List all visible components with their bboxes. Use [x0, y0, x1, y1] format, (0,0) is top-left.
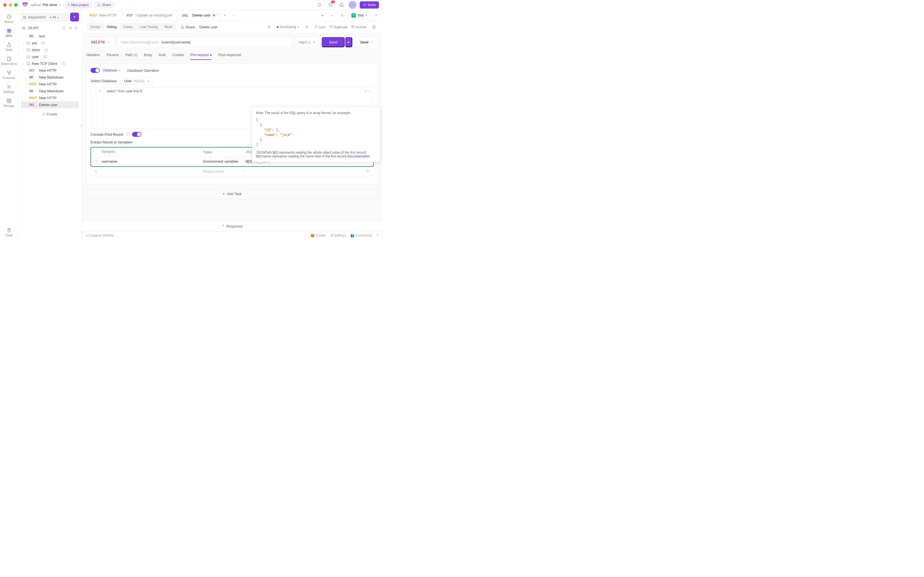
nav-apis[interactable]: APIs	[0, 26, 18, 40]
footer-community[interactable]: 👥 Community	[351, 234, 372, 237]
nav-tests[interactable]: Tests	[0, 40, 18, 53]
sort-icon[interactable]	[265, 23, 273, 31]
tab-headers[interactable]: Headers	[86, 51, 100, 60]
var-name[interactable]: username	[102, 160, 203, 163]
refresh-icon[interactable]	[62, 26, 66, 30]
status-selector[interactable]: Developing ▾	[277, 25, 299, 29]
add-tab-button[interactable]: +	[220, 10, 229, 21]
tab-params[interactable]: Params	[107, 51, 119, 60]
more-tabs-icon[interactable]: ⋯	[229, 13, 237, 17]
nav-history[interactable]: History	[0, 12, 18, 26]
info-icon[interactable]: ⓘ	[126, 132, 129, 137]
drag-handle-icon[interactable]: ⠿	[95, 160, 99, 163]
nav-settings[interactable]: Settings	[0, 82, 18, 96]
variable-row-empty[interactable]: ⠿ Please select▾	[91, 167, 373, 176]
collapse-icon[interactable]: ⊖	[75, 26, 78, 30]
send-dropdown[interactable]: ▾	[345, 37, 352, 47]
drag-handle-icon[interactable]: ⠿	[95, 169, 99, 173]
prev-tab-icon[interactable]: ◂	[319, 11, 326, 19]
nav-manage[interactable]: Manage	[0, 96, 18, 110]
sync-icon[interactable]	[316, 1, 323, 9]
help-icon[interactable]	[370, 23, 378, 31]
next-tab-icon[interactable]: ▸	[329, 11, 336, 19]
env-list-icon[interactable]: ≡	[372, 11, 380, 19]
notifications-icon[interactable]: 8	[327, 1, 334, 9]
nav-trash[interactable]: Trash	[0, 226, 18, 239]
invite-button[interactable]: Invite	[360, 2, 379, 8]
svg-rect-9	[9, 31, 10, 32]
db-selector[interactable]: UserMySQL▾	[120, 77, 152, 85]
url-input[interactable]: https://rest.echoapi.com/users/{username…	[117, 37, 292, 47]
swap-icon[interactable]	[303, 23, 310, 31]
footer-cookie[interactable]: 🍪 Cookie	[310, 234, 326, 237]
gear-icon[interactable]	[339, 11, 346, 19]
tree-item-user[interactable]: ›user (8)	[21, 53, 79, 60]
panel-icon[interactable]	[338, 1, 346, 9]
jsonpath-tooltip: Note: The result of the SQL query is in …	[252, 107, 380, 163]
minimize-window[interactable]	[9, 3, 12, 6]
share-api-button[interactable]: Share	[181, 25, 195, 29]
duplicate-button[interactable]: Duplicate	[330, 25, 347, 29]
tree-item-http3[interactable]: POSTNew HTTP	[21, 95, 79, 102]
tab-new-http[interactable]: POSTNew HTTP	[84, 10, 122, 21]
tree-item-store[interactable]: ›store (4)	[21, 47, 79, 53]
console-toggle[interactable]	[132, 132, 141, 137]
tab-cookie[interactable]: Cookie	[173, 51, 184, 60]
close-window[interactable]	[3, 3, 6, 6]
avatar[interactable]	[349, 1, 356, 9]
new-project-button[interactable]: +New project	[65, 2, 92, 8]
tab-delete-user[interactable]: DELDelete user	[178, 10, 220, 21]
http-version-selector[interactable]: http/1.1▾	[295, 37, 319, 47]
maximize-window[interactable]	[14, 3, 18, 6]
add-task-button[interactable]: +Add Task	[86, 188, 378, 200]
tree-item-http1[interactable]: GETNew HTTP	[21, 67, 79, 74]
documentation-link[interactable]: Documentation	[347, 155, 370, 158]
add-button[interactable]: +	[70, 13, 79, 21]
mode-design[interactable]: Design	[87, 24, 104, 30]
delete-icon[interactable]	[366, 169, 370, 174]
mode-cases[interactable]: Cases	[120, 24, 136, 30]
tab-pre-request[interactable]: Pre-request	[190, 51, 212, 60]
project-name[interactable]: Pet store	[43, 3, 57, 7]
create-button[interactable]: +Create	[21, 110, 79, 118]
var-type-selector[interactable]: Please select▾	[203, 169, 246, 173]
tree-item-test[interactable]: MDtest	[21, 33, 79, 40]
environment-selector[interactable]: TTest▾	[349, 12, 370, 19]
tab-post-response[interactable]: Post-response	[218, 51, 241, 60]
tab-path[interactable]: Path(1)	[125, 51, 137, 60]
tree-item-pet[interactable]: ›pet (8)	[21, 40, 79, 47]
tab-auth[interactable]: Auth	[159, 51, 166, 60]
tree-item-md1[interactable]: MDNew Markdown	[21, 74, 79, 81]
send-button[interactable]: Send	[322, 37, 344, 47]
var-type-selector[interactable]: Environment variables▾	[203, 160, 246, 163]
lock-button[interactable]: Lock	[314, 25, 326, 29]
tree-item-tcp[interactable]: ›New TCP Client (1)	[21, 60, 79, 67]
mode-load[interactable]: Load Testing	[136, 24, 162, 30]
save-button[interactable]: Save▾	[355, 37, 378, 47]
nav-schemas[interactable]: Schemas	[0, 68, 18, 82]
response-panel-header[interactable]: ⌃Response	[82, 221, 382, 231]
footer-help-icon[interactable]: ?	[376, 234, 378, 237]
tab-update-pet[interactable]: PUTUpdate an existing pet	[122, 10, 178, 21]
db-type-selector[interactable]: Database ▾	[103, 68, 120, 72]
nav-share-docs[interactable]: Share Docs	[0, 54, 18, 68]
filter-dropdown[interactable]: All▾	[47, 14, 61, 21]
expand-icon[interactable]: ⤢ —	[364, 89, 371, 93]
footer-settings[interactable]: ⚙ Settings	[330, 234, 346, 237]
db-toggle[interactable]	[90, 68, 100, 73]
search-input[interactable]: All▾	[21, 13, 68, 22]
chevron-down-icon[interactable]: ▾	[60, 3, 61, 6]
share-button[interactable]: Share	[94, 2, 114, 8]
collapse-sidebar-button[interactable]: « Collapse Sidebar	[86, 234, 113, 237]
archive-button[interactable]: Archive	[351, 25, 366, 29]
tree-item-http2[interactable]: POSTNew HTTP	[21, 81, 79, 88]
tab-body[interactable]: Body	[144, 51, 152, 60]
tree-item-delete-user[interactable]: DELDelete user	[21, 102, 79, 108]
all-api-header[interactable]: All API ⊕ ⊖	[21, 24, 79, 32]
expand-icon[interactable]: ⊕	[69, 26, 72, 30]
workspace-name[interactable]: selina	[31, 3, 40, 7]
method-selector[interactable]: DELETE▾	[86, 37, 115, 47]
tree-item-md2[interactable]: MDNew Markdown	[21, 88, 79, 95]
mode-mock[interactable]: Mock	[162, 24, 176, 30]
mode-debug[interactable]: Debug	[104, 24, 120, 30]
